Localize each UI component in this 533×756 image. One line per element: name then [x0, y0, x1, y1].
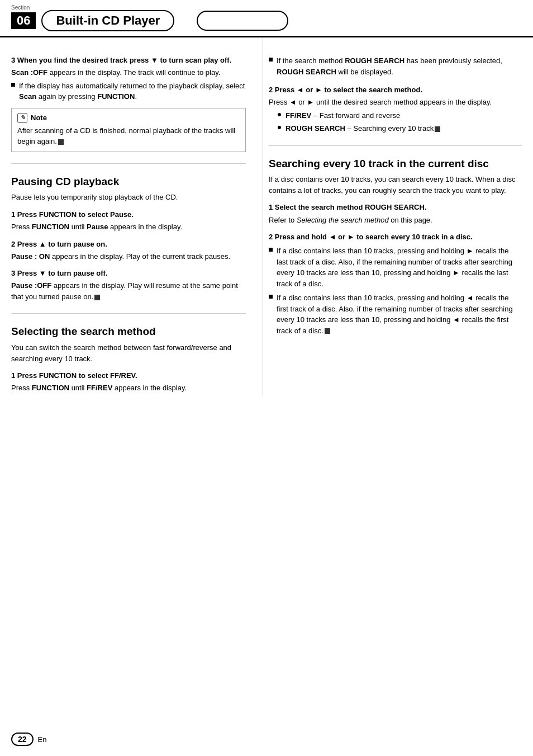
- scan-step3: 3 When you find the desired track press …: [11, 55, 246, 102]
- header: 06 Built-in CD Player: [0, 4, 533, 37]
- page: Section 06 Built-in CD Player 3 When you…: [0, 0, 533, 756]
- note-title: ✎ Note: [17, 113, 240, 123]
- right-column: If the search method ROUGH SEARCH has be…: [263, 37, 522, 396]
- section-number: 06: [11, 12, 36, 29]
- divider2: [11, 313, 246, 314]
- search-step2-heading: 2 Press and hold ◄ or ► to search every …: [269, 232, 522, 242]
- stop-symbol3-icon: [435, 126, 440, 132]
- main-content: 3 When you find the desired track press …: [0, 37, 533, 396]
- selecting-heading: Selecting the search method: [11, 325, 246, 339]
- pause-step3-heading: 3 Press ▼ to turn pause off.: [11, 268, 246, 278]
- divider3: [269, 145, 522, 146]
- select-step2-bullet2: ROUGH SEARCH – Searching every 10 track: [269, 123, 522, 134]
- pause-step2-heading: 2 Press ▲ to turn pause on.: [11, 239, 246, 249]
- pausing-heading: Pausing CD playback: [11, 175, 246, 189]
- stop-symbol2-icon: [94, 295, 100, 300]
- note-body: After scanning of a CD is finished, norm…: [17, 125, 240, 147]
- search-step1-body: Refer to Selecting the search method on …: [269, 215, 522, 226]
- search-step2-bullet2: If a disc contains less than 10 tracks, …: [269, 292, 522, 336]
- divider1: [11, 163, 246, 164]
- pausing-intro: Pause lets you temporarily stop playback…: [11, 192, 246, 203]
- select-step2: 2 Press ◄ or ► to select the search meth…: [269, 85, 522, 134]
- stop-symbol-icon: [58, 139, 64, 145]
- note-icon: ✎: [17, 113, 27, 123]
- pause-step3-body: Pause :OFF appears in the display. Play …: [11, 280, 246, 302]
- selecting-intro: You can switch the search method between…: [11, 342, 246, 364]
- pause-step2-body: Pause : ON appears in the display. Play …: [11, 251, 246, 262]
- right-bullet1: If the search method ROUGH SEARCH has be…: [269, 55, 522, 77]
- bullet-square2-icon: [269, 58, 273, 62]
- header-title: Built-in CD Player: [41, 10, 174, 31]
- select-step2-body: Press ◄ or ► until the desired search me…: [269, 97, 522, 108]
- search-step2-bullet1: If a disc contains less than 10 tracks, …: [269, 245, 522, 289]
- page-number: 22: [11, 733, 34, 746]
- stop-symbol4-icon: [325, 328, 330, 334]
- note-box: ✎ Note After scanning of a CD is finishe…: [11, 108, 246, 152]
- pausing-section: Pausing CD playback Pause lets you tempo…: [11, 175, 246, 303]
- scan-step3-body1: Scan :OFF appears in the display. The tr…: [11, 67, 246, 78]
- searching-intro: If a disc contains over 10 tracks, you c…: [269, 174, 522, 196]
- scan-step3-heading: 3 When you find the desired track press …: [11, 55, 246, 65]
- bullet-dot1-icon: [278, 113, 281, 116]
- bullet-square4-icon: [269, 295, 273, 299]
- scan-step3-bullet1: If the display has automatically returne…: [11, 81, 246, 102]
- selecting-section: Selecting the search method You can swit…: [11, 325, 246, 393]
- searching-section: Searching every 10 track in the current …: [269, 157, 522, 337]
- search-step1-heading: 1 Select the search method ROUGH SEARCH.: [269, 202, 522, 212]
- left-column: 3 When you find the desired track press …: [11, 37, 263, 396]
- select-step1-heading: 1 Press FUNCTION to select FF/REV.: [11, 371, 246, 381]
- select-step1-body: Press FUNCTION until FF/REV appears in t…: [11, 382, 246, 394]
- bullet-dot2-icon: [278, 126, 281, 129]
- pause-step1-heading: 1 Press FUNCTION to select Pause.: [11, 210, 246, 220]
- bullet-square-icon: [11, 83, 15, 87]
- pause-step1-body: Press FUNCTION until Pause appears in th…: [11, 221, 246, 233]
- header-right-box: [197, 11, 288, 31]
- footer: 22 En: [11, 733, 46, 746]
- section-label: Section: [11, 4, 30, 11]
- right-top: If the search method ROUGH SEARCH has be…: [269, 49, 522, 134]
- bullet-square3-icon: [269, 248, 273, 252]
- footer-language: En: [38, 735, 47, 744]
- select-step2-heading: 2 Press ◄ or ► to select the search meth…: [269, 85, 522, 95]
- select-step2-bullet1: FF/REV – Fast forward and reverse: [269, 110, 522, 121]
- searching-heading: Searching every 10 track in the current …: [269, 157, 522, 171]
